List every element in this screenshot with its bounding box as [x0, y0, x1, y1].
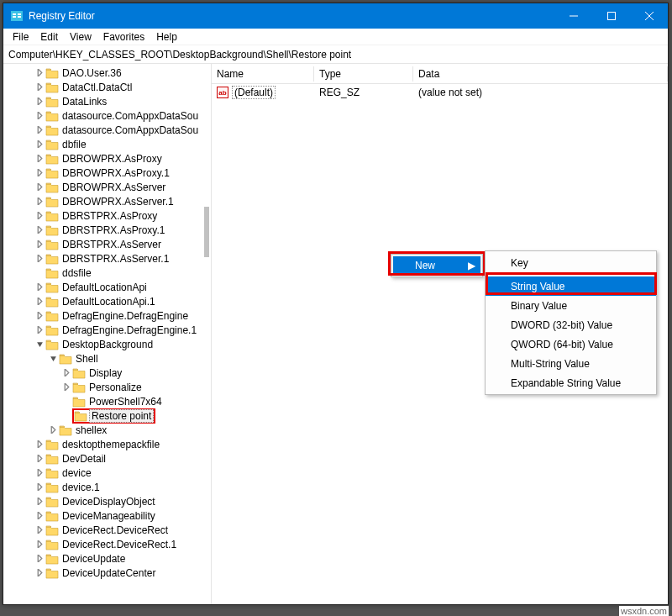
menu-view[interactable]: View	[64, 29, 97, 45]
tree-pane[interactable]: DAO.User.36DataCtl.DataCtlDataLinksdatas…	[3, 64, 212, 604]
tree-item-label: DeviceManageability	[60, 510, 157, 522]
tree-item[interactable]: DBROWPRX.AsServer	[3, 180, 211, 194]
menu-item[interactable]: Key	[486, 253, 656, 272]
expand-icon[interactable]	[34, 467, 45, 479]
tree-item[interactable]: dbfile	[3, 137, 211, 151]
expand-icon[interactable]	[47, 424, 59, 436]
tree-item[interactable]: DBRSTPRX.AsServer	[3, 237, 211, 251]
tree-item[interactable]: device	[3, 466, 211, 480]
expand-icon[interactable]	[34, 567, 45, 579]
expand-icon[interactable]	[34, 510, 45, 522]
tree-item[interactable]: DeviceDisplayObject	[3, 494, 211, 508]
tree-item[interactable]: DBROWPRX.AsProxy	[3, 151, 211, 166]
tree-item[interactable]: DeviceRect.DeviceRect.1	[3, 537, 211, 551]
menu-item[interactable]: String Value	[486, 276, 656, 296]
folder-icon	[45, 496, 59, 508]
tree-item[interactable]: DefaultLocationApi	[3, 280, 211, 294]
expand-icon[interactable]	[34, 167, 45, 179]
close-button[interactable]	[630, 3, 668, 29]
tree-item[interactable]: DataLinks	[3, 94, 211, 108]
tree-item-label: DBRSTPRX.AsServer	[60, 239, 163, 250]
tree-item[interactable]: Personalize	[3, 380, 211, 394]
menu-item[interactable]: Multi-String Value	[486, 354, 656, 373]
expand-icon[interactable]	[34, 539, 45, 550]
tree-item-label: DBRSTPRX.AsProxy	[60, 210, 159, 222]
menu-help[interactable]: Help	[150, 29, 183, 45]
expand-icon[interactable]	[34, 139, 45, 150]
menu-favorites[interactable]: Favorites	[97, 29, 150, 45]
expand-icon[interactable]	[34, 210, 45, 222]
expand-icon[interactable]	[34, 82, 45, 93]
tree-item[interactable]: DBROWPRX.AsServer.1	[3, 194, 211, 208]
tree-item[interactable]: DBRSTPRX.AsServer.1	[3, 251, 211, 266]
menu-edit[interactable]: Edit	[34, 29, 64, 45]
expand-icon[interactable]	[34, 282, 45, 293]
tree-item[interactable]: DataCtl.DataCtl	[3, 80, 211, 94]
expand-icon[interactable]	[34, 553, 45, 565]
folder-icon	[45, 67, 59, 79]
expand-icon[interactable]	[60, 367, 72, 379]
tree-item[interactable]: shellex	[3, 423, 211, 437]
tree-item[interactable]: ddsfile	[3, 266, 211, 280]
tree-item[interactable]: DAO.User.36	[3, 66, 211, 80]
column-name[interactable]: Name	[212, 66, 314, 82]
tree-item[interactable]: Display	[3, 366, 211, 380]
collapse-icon[interactable]	[34, 339, 45, 350]
tree-item[interactable]: DBRSTPRX.AsProxy.1	[3, 223, 211, 237]
expand-icon[interactable]	[60, 382, 72, 393]
tree-item[interactable]: DeviceUpdateCenter	[3, 566, 211, 580]
expand-icon[interactable]	[34, 224, 45, 236]
expand-icon[interactable]	[34, 310, 45, 322]
expand-icon[interactable]	[34, 253, 45, 265]
tree-item[interactable]: PowerShell7x64	[3, 394, 211, 408]
tree-item[interactable]: DefaultLocationApi.1	[3, 294, 211, 308]
expand-icon[interactable]	[34, 439, 45, 450]
expand-icon[interactable]	[34, 453, 45, 465]
expand-icon[interactable]	[34, 153, 45, 165]
expand-icon[interactable]	[34, 296, 45, 308]
tree-item[interactable]: DeviceRect.DeviceRect	[3, 523, 211, 537]
maximize-button[interactable]	[592, 3, 630, 29]
expand-icon[interactable]	[34, 239, 45, 250]
tree-item[interactable]: Restore point	[3, 408, 211, 423]
tree-item[interactable]: datasource.ComAppxDataSou	[3, 123, 211, 137]
tree-item[interactable]: DBROWPRX.AsProxy.1	[3, 166, 211, 180]
tree-item-label: DBROWPRX.AsServer	[60, 182, 167, 193]
tree-item[interactable]: DeviceManageability	[3, 508, 211, 523]
menu-item[interactable]: QWORD (64-bit) Value	[486, 334, 656, 354]
tree-item[interactable]: DevDetail	[3, 451, 211, 466]
expand-icon[interactable]	[34, 496, 45, 508]
menu-item-new[interactable]: New ▶	[393, 256, 480, 275]
tree-item[interactable]: Shell	[3, 351, 211, 366]
svg-rect-3	[18, 13, 21, 15]
expand-icon[interactable]	[34, 110, 45, 122]
expand-icon[interactable]	[34, 196, 45, 208]
tree-item[interactable]: datasource.ComAppxDataSou	[3, 108, 211, 123]
expand-icon[interactable]	[34, 96, 45, 108]
expand-icon[interactable]	[34, 182, 45, 193]
expand-icon[interactable]	[34, 324, 45, 336]
tree-item[interactable]: DBRSTPRX.AsProxy	[3, 208, 211, 223]
tree-item[interactable]: DesktopBackground	[3, 337, 211, 351]
tree-item[interactable]: DefragEngine.DefragEngine	[3, 308, 211, 323]
expand-icon[interactable]	[34, 482, 45, 493]
tree-item[interactable]: device.1	[3, 480, 211, 494]
menu-item[interactable]: Binary Value	[486, 296, 656, 315]
value-row[interactable]: ab (Default) REG_SZ (value not set)	[212, 84, 668, 101]
menu-item[interactable]: Expandable String Value	[486, 373, 656, 392]
expand-icon[interactable]	[34, 524, 45, 536]
column-type[interactable]: Type	[314, 66, 413, 82]
expand-icon[interactable]	[34, 124, 45, 136]
tree-item[interactable]: DeviceUpdate	[3, 551, 211, 566]
address-bar[interactable]: Computer\HKEY_CLASSES_ROOT\DesktopBackgr…	[3, 45, 668, 64]
menu-item[interactable]: DWORD (32-bit) Value	[486, 315, 656, 334]
collapse-icon[interactable]	[47, 353, 59, 365]
tree-item[interactable]: desktopthemepackfile	[3, 437, 211, 451]
svg-rect-4	[18, 16, 21, 18]
menu-file[interactable]: File	[7, 29, 34, 45]
expand-icon[interactable]	[34, 67, 45, 79]
column-data[interactable]: Data	[413, 66, 668, 82]
tree-item[interactable]: DefragEngine.DefragEngine.1	[3, 323, 211, 337]
scrollbar-thumb[interactable]	[204, 207, 209, 257]
minimize-button[interactable]	[554, 3, 592, 29]
